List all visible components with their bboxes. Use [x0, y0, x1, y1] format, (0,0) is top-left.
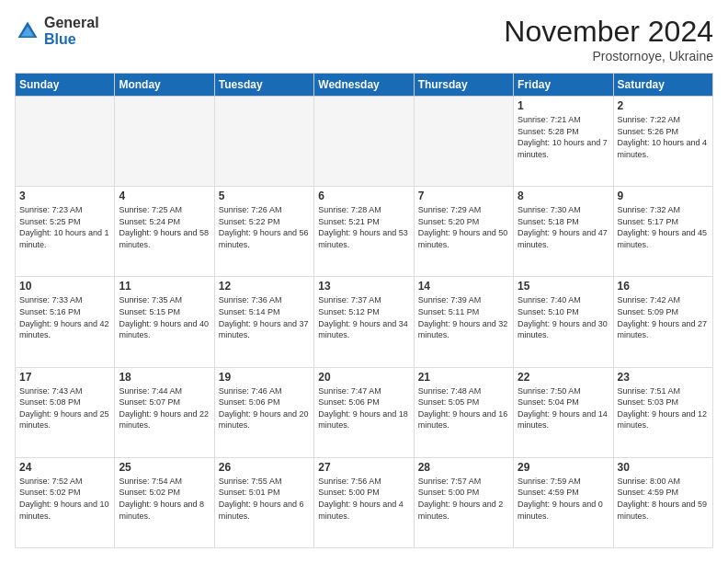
- cell-info: Sunrise: 7:50 AM Sunset: 5:04 PM Dayligh…: [518, 385, 609, 431]
- day-number: 18: [119, 371, 210, 384]
- cell-info: Sunrise: 7:40 AM Sunset: 5:10 PM Dayligh…: [518, 294, 609, 340]
- day-number: 13: [318, 280, 409, 293]
- logo-blue: Blue: [44, 31, 76, 47]
- cell-info: Sunrise: 7:52 AM Sunset: 5:02 PM Dayligh…: [19, 476, 110, 522]
- day-number: 24: [19, 461, 110, 474]
- col-saturday: Saturday: [613, 74, 712, 97]
- calendar-cell: 13Sunrise: 7:37 AM Sunset: 5:12 PM Dayli…: [314, 277, 414, 367]
- day-number: 7: [418, 190, 509, 202]
- day-number: 25: [119, 461, 210, 474]
- calendar-cell: 6Sunrise: 7:28 AM Sunset: 5:21 PM Daylig…: [314, 187, 414, 277]
- day-number: 21: [418, 371, 509, 384]
- calendar-cell: 27Sunrise: 7:56 AM Sunset: 5:00 PM Dayli…: [314, 457, 414, 547]
- cell-info: Sunrise: 7:29 AM Sunset: 5:20 PM Dayligh…: [418, 204, 509, 250]
- cell-info: Sunrise: 7:30 AM Sunset: 5:18 PM Dayligh…: [518, 204, 609, 250]
- day-number: 14: [418, 280, 509, 293]
- calendar-cell: 10Sunrise: 7:33 AM Sunset: 5:16 PM Dayli…: [16, 277, 115, 367]
- cell-info: Sunrise: 7:22 AM Sunset: 5:26 PM Dayligh…: [618, 114, 709, 160]
- month-title: November 2024: [504, 15, 713, 49]
- day-number: 29: [518, 461, 609, 474]
- calendar: Sunday Monday Tuesday Wednesday Thursday…: [15, 73, 713, 548]
- cell-info: Sunrise: 7:46 AM Sunset: 5:06 PM Dayligh…: [219, 385, 310, 431]
- calendar-week-2: 3Sunrise: 7:23 AM Sunset: 5:25 PM Daylig…: [16, 187, 713, 277]
- cell-info: Sunrise: 7:48 AM Sunset: 5:05 PM Dayligh…: [418, 385, 509, 431]
- calendar-week-3: 10Sunrise: 7:33 AM Sunset: 5:16 PM Dayli…: [16, 277, 713, 367]
- day-number: 12: [219, 280, 310, 293]
- calendar-cell: [115, 97, 214, 187]
- calendar-cell: 29Sunrise: 7:59 AM Sunset: 4:59 PM Dayli…: [514, 457, 613, 547]
- calendar-cell: 20Sunrise: 7:47 AM Sunset: 5:06 PM Dayli…: [314, 367, 414, 457]
- cell-info: Sunrise: 7:47 AM Sunset: 5:06 PM Dayligh…: [318, 385, 409, 431]
- calendar-cell: 8Sunrise: 7:30 AM Sunset: 5:18 PM Daylig…: [514, 187, 613, 277]
- calendar-cell: 17Sunrise: 7:43 AM Sunset: 5:08 PM Dayli…: [16, 367, 115, 457]
- calendar-cell: 3Sunrise: 7:23 AM Sunset: 5:25 PM Daylig…: [16, 187, 115, 277]
- calendar-cell: 24Sunrise: 7:52 AM Sunset: 5:02 PM Dayli…: [16, 457, 115, 547]
- logo-icon: [15, 18, 40, 44]
- calendar-cell: 12Sunrise: 7:36 AM Sunset: 5:14 PM Dayli…: [214, 277, 313, 367]
- day-number: 19: [219, 371, 310, 384]
- calendar-cell: 30Sunrise: 8:00 AM Sunset: 4:59 PM Dayli…: [613, 457, 712, 547]
- logo: General Blue: [15, 15, 99, 47]
- calendar-cell: 15Sunrise: 7:40 AM Sunset: 5:10 PM Dayli…: [514, 277, 613, 367]
- calendar-cell: [414, 97, 513, 187]
- calendar-cell: 2Sunrise: 7:22 AM Sunset: 5:26 PM Daylig…: [613, 97, 712, 187]
- cell-info: Sunrise: 7:36 AM Sunset: 5:14 PM Dayligh…: [219, 294, 310, 340]
- day-number: 26: [219, 461, 310, 474]
- cell-info: Sunrise: 7:23 AM Sunset: 5:25 PM Dayligh…: [19, 204, 110, 250]
- col-sunday: Sunday: [16, 74, 115, 97]
- calendar-week-1: 1Sunrise: 7:21 AM Sunset: 5:28 PM Daylig…: [16, 97, 713, 187]
- day-number: 4: [119, 190, 210, 202]
- calendar-cell: 4Sunrise: 7:25 AM Sunset: 5:24 PM Daylig…: [115, 187, 214, 277]
- calendar-header-row: Sunday Monday Tuesday Wednesday Thursday…: [16, 74, 713, 97]
- cell-info: Sunrise: 7:25 AM Sunset: 5:24 PM Dayligh…: [119, 204, 210, 250]
- calendar-cell: 1Sunrise: 7:21 AM Sunset: 5:28 PM Daylig…: [514, 97, 613, 187]
- calendar-cell: 21Sunrise: 7:48 AM Sunset: 5:05 PM Dayli…: [414, 367, 513, 457]
- cell-info: Sunrise: 7:51 AM Sunset: 5:03 PM Dayligh…: [618, 385, 709, 431]
- day-number: 20: [318, 371, 409, 384]
- day-number: 9: [618, 190, 709, 202]
- col-thursday: Thursday: [414, 74, 513, 97]
- day-number: 10: [19, 280, 110, 293]
- cell-info: Sunrise: 7:28 AM Sunset: 5:21 PM Dayligh…: [318, 204, 409, 250]
- cell-info: Sunrise: 7:37 AM Sunset: 5:12 PM Dayligh…: [318, 294, 409, 340]
- day-number: 23: [618, 371, 709, 384]
- calendar-cell: 28Sunrise: 7:57 AM Sunset: 5:00 PM Dayli…: [414, 457, 513, 547]
- cell-info: Sunrise: 7:21 AM Sunset: 5:28 PM Dayligh…: [518, 114, 609, 160]
- calendar-cell: 23Sunrise: 7:51 AM Sunset: 5:03 PM Dayli…: [613, 367, 712, 457]
- day-number: 5: [219, 190, 310, 202]
- calendar-cell: 25Sunrise: 7:54 AM Sunset: 5:02 PM Dayli…: [115, 457, 214, 547]
- calendar-cell: 26Sunrise: 7:55 AM Sunset: 5:01 PM Dayli…: [214, 457, 313, 547]
- cell-info: Sunrise: 8:00 AM Sunset: 4:59 PM Dayligh…: [618, 476, 709, 522]
- day-number: 1: [518, 99, 609, 112]
- cell-info: Sunrise: 7:44 AM Sunset: 5:07 PM Dayligh…: [119, 385, 210, 431]
- page: General Blue November 2024 Prostornoye, …: [0, 0, 728, 563]
- calendar-cell: 18Sunrise: 7:44 AM Sunset: 5:07 PM Dayli…: [115, 367, 214, 457]
- cell-info: Sunrise: 7:55 AM Sunset: 5:01 PM Dayligh…: [219, 476, 310, 522]
- location: Prostornoye, Ukraine: [504, 49, 713, 63]
- day-number: 16: [618, 280, 709, 293]
- calendar-week-4: 17Sunrise: 7:43 AM Sunset: 5:08 PM Dayli…: [16, 367, 713, 457]
- day-number: 27: [318, 461, 409, 474]
- cell-info: Sunrise: 7:54 AM Sunset: 5:02 PM Dayligh…: [119, 476, 210, 522]
- cell-info: Sunrise: 7:42 AM Sunset: 5:09 PM Dayligh…: [618, 294, 709, 340]
- calendar-cell: 19Sunrise: 7:46 AM Sunset: 5:06 PM Dayli…: [214, 367, 313, 457]
- calendar-cell: 5Sunrise: 7:26 AM Sunset: 5:22 PM Daylig…: [214, 187, 313, 277]
- calendar-cell: 7Sunrise: 7:29 AM Sunset: 5:20 PM Daylig…: [414, 187, 513, 277]
- day-number: 6: [318, 190, 409, 202]
- calendar-cell: 22Sunrise: 7:50 AM Sunset: 5:04 PM Dayli…: [514, 367, 613, 457]
- calendar-cell: 16Sunrise: 7:42 AM Sunset: 5:09 PM Dayli…: [613, 277, 712, 367]
- cell-info: Sunrise: 7:57 AM Sunset: 5:00 PM Dayligh…: [418, 476, 509, 522]
- col-tuesday: Tuesday: [214, 74, 313, 97]
- logo-general: General: [44, 15, 99, 30]
- day-number: 17: [19, 371, 110, 384]
- calendar-cell: [314, 97, 414, 187]
- cell-info: Sunrise: 7:33 AM Sunset: 5:16 PM Dayligh…: [19, 294, 110, 340]
- calendar-cell: [16, 97, 115, 187]
- day-number: 3: [19, 190, 110, 202]
- calendar-cell: 14Sunrise: 7:39 AM Sunset: 5:11 PM Dayli…: [414, 277, 513, 367]
- cell-info: Sunrise: 7:43 AM Sunset: 5:08 PM Dayligh…: [19, 385, 110, 431]
- logo-text: General Blue: [44, 15, 99, 47]
- calendar-cell: 11Sunrise: 7:35 AM Sunset: 5:15 PM Dayli…: [115, 277, 214, 367]
- calendar-week-5: 24Sunrise: 7:52 AM Sunset: 5:02 PM Dayli…: [16, 457, 713, 547]
- calendar-cell: [214, 97, 313, 187]
